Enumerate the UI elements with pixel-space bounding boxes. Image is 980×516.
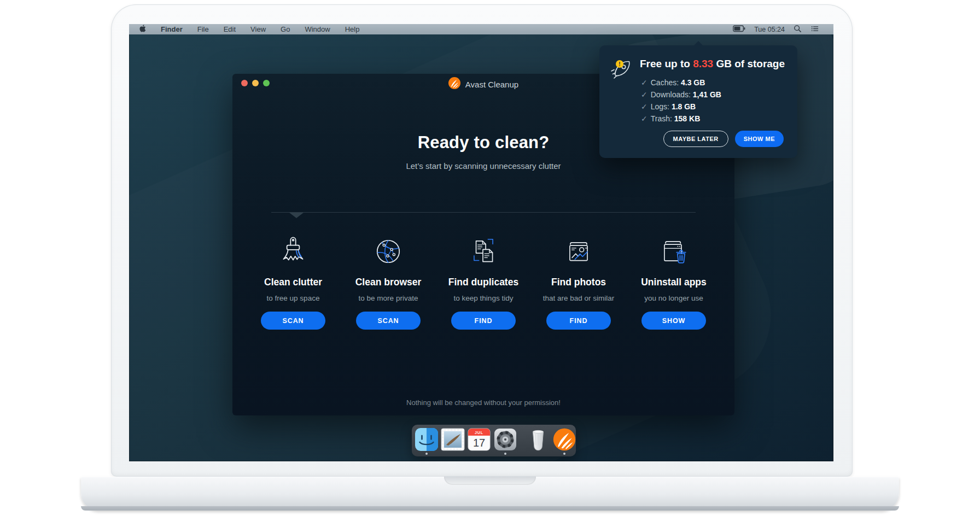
- storage-notification-popup: ! Free up to 8.33 GB of storage ✓Caches:…: [599, 45, 797, 158]
- feature-subtitle: to keep things tidy: [454, 294, 514, 302]
- popup-actions: MAYBE LATER SHOW ME: [663, 131, 784, 147]
- menu-bar: Finder File Edit View Go Window Help Tue…: [129, 24, 833, 34]
- feature-grid: Clean clutter to free up space SCAN: [246, 233, 721, 330]
- feature-clean-clutter: Clean clutter to free up space SCAN: [246, 233, 341, 330]
- permission-note: Nothing will be changed without your per…: [232, 398, 734, 407]
- feature-title: Find photos: [551, 277, 606, 288]
- popup-title: Free up to 8.33 GB of storage: [640, 58, 785, 70]
- menu-item-go[interactable]: Go: [281, 25, 290, 33]
- check-icon: ✓: [641, 78, 648, 87]
- menu-item-file[interactable]: File: [197, 25, 209, 33]
- scan-clutter-button[interactable]: SCAN: [261, 312, 325, 330]
- menu-item-finder[interactable]: Finder: [161, 25, 183, 33]
- storage-amount: 8.33: [693, 58, 713, 69]
- check-icon: ✓: [641, 90, 648, 99]
- battery-icon: [733, 25, 745, 34]
- search-icon[interactable]: [794, 25, 802, 34]
- divider: [271, 212, 696, 213]
- feature-subtitle: to free up space: [267, 294, 320, 302]
- list-item: ✓Logs: 1.8 GB: [641, 101, 721, 113]
- feature-title: Clean browser: [355, 277, 422, 288]
- feature-clean-browser: Clean browser to be more private SCAN: [341, 233, 436, 330]
- show-me-button[interactable]: SHOW ME: [735, 131, 784, 147]
- list-item: ✓Caches: 4.3 GB: [641, 77, 721, 89]
- divider-pointer: [289, 213, 304, 218]
- running-indicator: [563, 453, 565, 455]
- globe-icon: [372, 233, 404, 267]
- feature-subtitle: to be more private: [359, 294, 418, 302]
- feature-title: Find duplicates: [448, 277, 518, 288]
- menu-item-window[interactable]: Window: [305, 25, 330, 33]
- show-apps-button[interactable]: SHOW: [641, 312, 706, 330]
- avast-logo-icon: [448, 77, 460, 91]
- warning-badge-icon: !: [616, 60, 623, 68]
- feature-subtitle: you no longer use: [644, 294, 703, 302]
- apple-menu-icon[interactable]: [139, 24, 146, 34]
- menu-item-view[interactable]: View: [250, 25, 266, 33]
- documents-icon: [468, 233, 499, 267]
- uninstall-icon: [658, 233, 690, 267]
- trash-icon[interactable]: [526, 427, 550, 456]
- feature-uninstall-apps: Uninstall apps you no longer use SHOW: [626, 233, 721, 330]
- maybe-later-button[interactable]: MAYBE LATER: [663, 131, 728, 147]
- mail-icon[interactable]: [441, 427, 465, 456]
- broom-icon: [277, 233, 309, 267]
- menu-item-edit[interactable]: Edit: [224, 25, 236, 33]
- scene: Finder File Edit View Go Window Help Tue…: [0, 0, 980, 516]
- feature-title: Clean clutter: [264, 277, 322, 288]
- calendar-month: JUL: [475, 431, 483, 435]
- avast-icon[interactable]: [552, 427, 576, 456]
- scan-browser-button[interactable]: SCAN: [356, 312, 421, 330]
- notification-center-icon[interactable]: [810, 25, 819, 34]
- laptop-base: [81, 477, 899, 511]
- list-item: ✓Trash: 158 KB: [641, 113, 721, 125]
- photos-icon: [563, 233, 594, 267]
- list-item: ✓Downloads: 1,41 GB: [641, 89, 721, 101]
- calendar-day: 17: [473, 437, 485, 449]
- running-indicator: [425, 453, 428, 455]
- page-subtitle: Let’s start by scanning unnecessary clut…: [232, 161, 734, 171]
- dock: JUL 17: [412, 425, 576, 456]
- running-indicator: [504, 453, 506, 455]
- menu-bar-clock[interactable]: Tue 05:24: [754, 26, 785, 33]
- check-icon: ✓: [641, 102, 648, 111]
- laptop-base-edge: [81, 506, 899, 511]
- find-photos-button[interactable]: FIND: [546, 312, 611, 330]
- feature-subtitle: that are bad or similar: [543, 294, 615, 302]
- storage-breakdown-list: ✓Caches: 4.3 GB ✓Downloads: 1,41 GB ✓Log…: [641, 77, 721, 125]
- feature-find-duplicates: Find duplicates to keep things tidy FIND: [436, 233, 531, 330]
- calendar-icon[interactable]: JUL 17: [467, 427, 491, 456]
- find-duplicates-button[interactable]: FIND: [451, 312, 516, 330]
- system-preferences-icon[interactable]: [493, 427, 517, 456]
- menu-item-help[interactable]: Help: [345, 25, 360, 33]
- window-title: Avast Cleanup: [465, 80, 518, 89]
- laptop-base-notch: [444, 477, 536, 485]
- feature-title: Uninstall apps: [641, 277, 707, 288]
- check-icon: ✓: [641, 114, 648, 123]
- laptop-screen: Finder File Edit View Go Window Help Tue…: [129, 24, 833, 461]
- feature-find-photos: Find photos that are bad or similar FIND: [531, 233, 626, 330]
- finder-icon[interactable]: [415, 427, 439, 456]
